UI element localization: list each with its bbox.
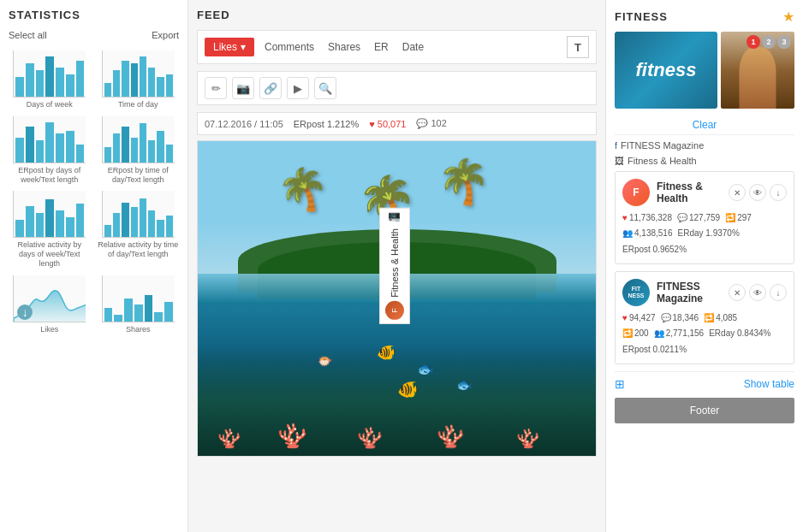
bar [154,312,163,321]
comment-icon-mag: 💬 [661,311,671,325]
download-btn-fh[interactable]: ↓ [770,184,787,201]
stat-comments-mag: 💬 18,346 [661,311,699,325]
likes-dropdown-icon: ▾ [241,41,246,53]
account-actions-mag: ✕ 👁 ↓ [729,284,787,301]
side-tab-avatar: F [385,301,404,320]
bar [131,63,138,97]
page-name-magazine: f FITNESS Magazine [615,140,794,151]
edit-filter-btn[interactable]: ✏ [205,77,227,99]
date-tab[interactable]: Date [399,39,427,55]
text-format-btn[interactable]: T [567,36,589,58]
chart-likes: ↓ Likes [9,275,91,334]
bar [26,63,34,97]
avatar-fitness-img: F [622,179,650,206]
bar [15,77,24,97]
export-btn[interactable]: Export [152,30,179,40]
shares-tab[interactable]: Shares [324,39,364,55]
heart-icon: ♥ [622,211,628,225]
download-btn-mag[interactable]: ↓ [770,284,787,301]
photo-filter-btn[interactable]: 📷 [232,77,254,99]
select-all-btn[interactable]: Select all [9,30,47,40]
bar [148,210,155,237]
chart-bars-shares [102,275,175,322]
page-indicator-3[interactable]: 3 [777,35,791,49]
footer-btn[interactable]: Footer [615,398,794,423]
bar [104,308,113,322]
chart-relative-days: Relative activity by days of week/Text l… [9,191,91,268]
bar [36,213,45,238]
table-icon[interactable]: ⊞ [615,377,625,391]
stat-reach2-mag: 🔁 200 [622,327,649,340]
chart-bars-rel-days [13,191,86,238]
show-table-row: ⊞ Show table [615,371,794,391]
bar [131,138,138,163]
bar [166,74,173,97]
page-indicators: 1 2 3 [746,35,791,49]
chart-bars-erpost-time [102,116,175,163]
bar [131,207,138,237]
link-filter-btn[interactable]: 🔗 [259,77,282,99]
page-indicator-1[interactable]: 1 [746,35,760,49]
chart-days-of-week: Days of week [9,50,91,109]
chart-label-likes: Likes [40,325,58,334]
reach-icon: 👥 [622,227,633,240]
bar [45,122,54,163]
side-tab-label: Fitness & Health [390,228,400,298]
share-icon-mag: 🔁 [704,311,714,325]
statistics-title: STATISTICS [9,9,179,21]
chart-bars-rel-time [102,191,175,238]
bar [76,204,85,237]
account-name-fh: Fitness & Health [657,180,722,204]
bar [15,138,24,163]
feed-panel: FEED Likes ▾ Comments Shares ER Date T ✏… [188,0,606,532]
fitness-img-text: fitness [636,59,697,81]
bar [166,145,173,163]
bar [56,210,64,237]
comment-icon: 💬 [677,211,687,225]
chart-shares: Shares [98,275,180,334]
remove-account-btn-fh[interactable]: ✕ [729,184,746,201]
stat-shares-fh: 🔁 297 [725,211,752,225]
likes-tab-btn[interactable]: Likes ▾ [205,38,254,56]
feed-toolbar: Likes ▾ Comments Shares ER Date T [197,30,597,64]
show-table-btn[interactable]: Show table [744,378,794,390]
eye-btn-fh[interactable]: 👁 [749,184,766,201]
fish-2: 🐟 [417,361,434,377]
stat-reach-fh: 👥 4,138,516 [622,227,673,240]
post-date: 07.12.2016 / 11:05 [205,119,283,129]
chart-label-erpost-time: ERpost by time of day/Text length [98,166,180,185]
likes-label: Likes [213,41,237,53]
coral-2: 🪸 [277,422,307,450]
stat-erday-mag: ERday 0.8434% [709,327,770,340]
account-name-mag: FITNESS Magazine [657,281,722,304]
video-filter-btn[interactable]: ▶ [287,77,309,99]
search-filter-btn[interactable]: 🔍 [314,77,336,99]
comments-tab[interactable]: Comments [261,39,318,55]
chart-erpost-days: ERpost by days of week/Text length [9,116,91,185]
chart-label-days: Days of week [27,100,73,109]
bar [104,225,111,238]
fitness-health-side-tab[interactable]: F Fitness & Health 📷 [379,208,410,324]
fitness-images: fitness 1 2 3 [615,32,794,109]
side-tab-container: F Fitness & Health 📷 [379,208,410,324]
eye-btn-mag[interactable]: 👁 [749,284,766,301]
bar [122,127,128,163]
post-likes: ♥ 50,071 [369,119,406,129]
chart-time-of-day: Time of day [98,50,180,109]
fitness-panel: FITNESS ★ fitness 1 2 3 Clear f FITNESS … [606,0,803,532]
share-icon: 🔁 [725,211,735,225]
likes-down-indicator: ↓ [17,304,33,320]
fish-3: 🐡 [318,354,332,368]
bar [140,123,146,163]
remove-account-btn-mag[interactable]: ✕ [729,284,746,301]
account-header-mag: FITNESS FITNESS Magazine ✕ 👁 ↓ [622,279,787,306]
chart-label-erpost-days: ERpost by days of week/Text length [9,166,91,185]
reach-icon-mag: 🔁 [622,327,633,340]
bar [145,295,153,322]
body-silhouette [740,47,776,109]
page-indicator-2[interactable]: 2 [762,35,776,49]
er-tab[interactable]: ER [371,39,392,55]
coral-4: 🪸 [437,423,464,450]
star-icon[interactable]: ★ [782,9,794,25]
clear-btn[interactable]: Clear [615,115,794,135]
